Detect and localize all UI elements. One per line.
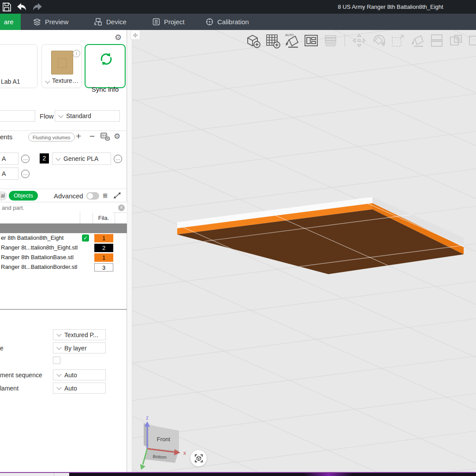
chevron-down-icon: [58, 113, 63, 118]
device-icon: [94, 18, 102, 26]
axis-x-label: x: [183, 450, 186, 456]
flow-select[interactable]: Standard: [55, 110, 120, 122]
filament-assign-badge[interactable]: 3: [94, 263, 113, 271]
object-visible-checkbox[interactable]: ✓: [82, 234, 89, 242]
print-sequence-select[interactable]: By layer: [53, 342, 106, 353]
printer-card[interactable]: Lab A1: [0, 44, 37, 88]
nav-cube[interactable]: Front Bottom z x y: [138, 415, 186, 472]
clear-search-icon[interactable]: ×: [118, 205, 125, 211]
auto-orient-icon[interactable]: AUTO: [284, 33, 300, 48]
list-view-icon[interactable]: ≡: [103, 191, 108, 200]
object-search-box: ×: [0, 202, 127, 213]
tab-calibration[interactable]: Calibration: [206, 14, 249, 30]
sync-info-button[interactable]: Sync info: [85, 44, 126, 88]
ams-icon[interactable]: [100, 133, 110, 141]
toolbar-separator: [345, 34, 345, 47]
first-filament-select[interactable]: Auto: [53, 383, 106, 394]
plate-type-select[interactable]: Textured P...: [53, 329, 106, 340]
object-row[interactable]: Ranger 8t...BattalionBorder.stl 3: [0, 262, 127, 272]
calibration-icon: [206, 18, 213, 26]
flushing-volumes-button[interactable]: Flushing volumes: [28, 133, 75, 141]
filament-2-menu-icon[interactable]: …: [114, 155, 122, 163]
application-window: 8 US Army Ranger 8th Battalion8th_Eight …: [0, 0, 476, 476]
split-objects-icon: [448, 33, 464, 48]
build-plate-card[interactable]: i Texture…: [41, 44, 82, 88]
remove-filament-button[interactable]: −: [89, 132, 95, 141]
assembly-icon: [468, 33, 476, 48]
add-object-icon[interactable]: [245, 33, 261, 48]
filament-sequence-label: ment sequence: [0, 372, 42, 379]
filament-assign-badge[interactable]: 2: [94, 244, 113, 252]
tab-prepare[interactable]: are: [0, 14, 21, 30]
sort-icon[interactable]: [113, 192, 121, 199]
tab-preview[interactable]: Preview: [33, 14, 68, 30]
chevron-down-icon: [56, 345, 61, 350]
tab-objects[interactable]: Objects: [9, 191, 38, 201]
plate-option-checkbox[interactable]: [53, 357, 60, 364]
plate-row-selected[interactable]: [0, 223, 127, 233]
add-filament-button[interactable]: +: [76, 132, 81, 141]
info-icon[interactable]: i: [73, 50, 80, 57]
rotate-icon: [371, 33, 387, 48]
object-row[interactable]: Ranger 8t...ttalion8th_Eight.stl 2: [0, 243, 127, 253]
arrange-icon[interactable]: [303, 33, 319, 48]
object-search-input[interactable]: [1, 203, 113, 213]
bottom-strip-glow: [304, 473, 353, 476]
divider: [0, 130, 127, 131]
bottom-strip-divider: [54, 473, 54, 476]
viewport-toolbar: AUTO: [245, 33, 476, 48]
flow-label: Flow: [40, 112, 54, 120]
chevron-down-icon: [56, 372, 61, 376]
filament-settings-gear-icon[interactable]: ⚙: [114, 133, 120, 141]
project-icon: [152, 18, 160, 26]
tab-project[interactable]: Project: [152, 14, 185, 30]
tab-global[interactable]: al: [0, 191, 7, 201]
redo-icon[interactable]: [33, 3, 42, 11]
plate-thumbnail: [51, 51, 73, 74]
window-title: 8 US Army Ranger 8th Battalion8th_Eight: [338, 4, 443, 10]
save-icon[interactable]: [2, 2, 11, 12]
printer-name: Lab A1: [1, 78, 20, 85]
sidebar: ⚙ Lab A1 i Texture… Sync info Flow: [0, 30, 127, 472]
tab-device[interactable]: Device: [94, 14, 126, 30]
object-table-header: Fila.: [0, 213, 127, 224]
printer-settings-gear-icon[interactable]: ⚙: [115, 33, 122, 41]
filament-3-menu-icon[interactable]: …: [21, 170, 30, 178]
sidebar-scrollbar[interactable]: [127, 30, 132, 472]
svg-text:AUTO: AUTO: [285, 33, 294, 37]
divider: [0, 189, 127, 189]
filament-column-header: Fila.: [93, 215, 115, 221]
add-plate-icon[interactable]: [264, 33, 280, 48]
move-icon: [351, 33, 367, 48]
filament-assign-badge[interactable]: 1: [94, 253, 113, 262]
fit-view-button[interactable]: [190, 450, 207, 466]
split-layers-icon: [323, 33, 338, 48]
flow-ratio-input[interactable]: [0, 110, 35, 122]
scale-icon: [390, 33, 406, 48]
filament-2-color-badge[interactable]: 2: [40, 153, 49, 164]
main-tab-bar: are Preview Device Projec: [0, 14, 476, 30]
filament-sequence-select[interactable]: Auto: [53, 369, 106, 380]
filament-1-menu-icon[interactable]: …: [21, 155, 30, 163]
filament-3-select[interactable]: A: [0, 167, 19, 180]
plate-type-value: Texture…: [52, 77, 78, 84]
layers-icon: [33, 19, 41, 26]
bottom-strip-left: [0, 473, 69, 476]
nav-cube-bottom-label: Bottom: [152, 454, 167, 460]
bottom-strip-right: [69, 473, 476, 476]
print-sequence-label: e: [0, 345, 4, 352]
sidebar-collapse-button[interactable]: ‹|›: [130, 30, 140, 40]
chevron-down-icon: [56, 331, 61, 336]
sync-icon: [98, 51, 114, 67]
filament-2-select[interactable]: Generic PLA: [52, 152, 111, 165]
object-row[interactable]: er 8th Battalion8th_Eight ✓ 1: [0, 233, 127, 243]
object-row[interactable]: Ranger 8th BattalionBase.stl 1: [0, 253, 127, 262]
first-filament-label: lament: [0, 385, 19, 392]
viewport-3d[interactable]: Front Bottom z x y: [132, 30, 476, 472]
scene-canvas[interactable]: Front Bottom z x y: [132, 30, 476, 472]
filament-assign-badge[interactable]: 1: [94, 234, 113, 242]
place-on-face-icon: [409, 33, 425, 48]
filament-1-select[interactable]: A: [0, 152, 19, 165]
advanced-toggle[interactable]: [86, 192, 99, 200]
undo-icon[interactable]: [17, 3, 26, 11]
